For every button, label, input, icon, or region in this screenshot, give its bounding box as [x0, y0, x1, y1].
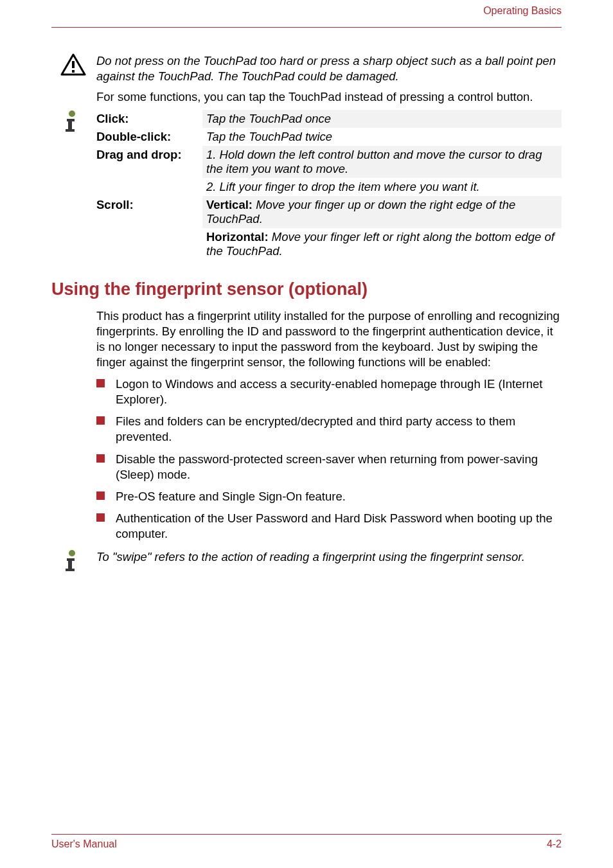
header-section-name: Operating Basics: [51, 5, 562, 21]
warning-icon: [60, 53, 86, 79]
svg-rect-2: [72, 61, 75, 68]
feature-item: Logon to Windows and access a security-e…: [112, 376, 562, 407]
gesture-scroll-label: Scroll:: [96, 196, 202, 228]
svg-rect-3: [72, 70, 75, 73]
gesture-scroll-horiz: Horizontal: Move your finger left or rig…: [202, 228, 562, 260]
info-icon: [60, 549, 86, 575]
feature-item: Files and folders can be encrypted/decry…: [112, 414, 562, 445]
gesture-scroll-vert: Vertical: Move your finger up or down th…: [202, 196, 562, 228]
footer-rule: [51, 834, 562, 835]
page-header: Operating Basics: [51, 18, 562, 28]
gesture-click-label: Click:: [96, 110, 202, 128]
footer-left: User's Manual: [51, 838, 117, 850]
feature-item: Authentication of the User Password and …: [112, 511, 562, 542]
svg-point-5: [69, 550, 75, 556]
gestures-block: Click: Tap the TouchPad once Double-clic…: [96, 110, 562, 260]
intro-paragraph: This product has a fingerprint utility i…: [96, 308, 562, 370]
gesture-dblclick-desc: Tap the TouchPad twice: [202, 128, 562, 146]
svg-point-4: [69, 111, 75, 117]
content-area: Do not press on the TouchPad too hard or…: [51, 28, 562, 575]
footer-right: 4-2: [547, 838, 562, 850]
gesture-click-desc: Tap the TouchPad once: [202, 110, 562, 128]
feature-item: Pre-OS feature and Single Sign-On featur…: [112, 489, 562, 504]
swipe-note-text: To "swipe" refers to the action of readi…: [96, 549, 562, 575]
gesture-row-dblclick: Double-click: Tap the TouchPad twice: [96, 128, 562, 146]
gestures-table-wrap: Click: Tap the TouchPad once Double-clic…: [96, 110, 562, 260]
gesture-row-drag1: Drag and drop: 1. Hold down the left con…: [96, 146, 562, 178]
gesture-row-click: Click: Tap the TouchPad once: [96, 110, 562, 128]
gestures-table: Click: Tap the TouchPad once Double-clic…: [96, 110, 562, 260]
scroll-vert-label: Vertical:: [206, 198, 253, 211]
gesture-row-scroll-horiz: Horizontal: Move your finger left or rig…: [96, 228, 562, 260]
gesture-drag-desc1: 1. Hold down the left control button and…: [202, 146, 562, 178]
gesture-row-drag2: 2. Lift your finger to drop the item whe…: [96, 178, 562, 196]
warning-block: Do not press on the TouchPad too hard or…: [96, 53, 562, 84]
feature-list: Logon to Windows and access a security-e…: [96, 376, 562, 541]
scroll-vert-desc: Move your finger up or down the right ed…: [206, 198, 515, 226]
scroll-horiz-label: Horizontal:: [206, 230, 269, 244]
warning-text: Do not press on the TouchPad too hard or…: [96, 53, 562, 84]
page-container: Operating Basics Do not press on the Tou…: [0, 0, 613, 575]
after-warning-text: For some functions, you can tap the Touc…: [96, 89, 562, 105]
gesture-row-scroll-vert: Scroll: Vertical: Move your finger up or…: [96, 196, 562, 228]
page-footer: User's Manual 4-2: [51, 834, 562, 850]
info-icon: [60, 110, 86, 136]
gesture-dblclick-label: Double-click:: [96, 128, 202, 146]
gesture-drag-desc2: 2. Lift your finger to drop the item whe…: [202, 178, 562, 196]
section-heading: Using the fingerprint sensor (optional): [51, 279, 562, 299]
swipe-note-block: To "swipe" refers to the action of readi…: [96, 549, 562, 575]
gesture-drag-label: Drag and drop:: [96, 146, 202, 178]
feature-item: Disable the password-protected screen-sa…: [112, 452, 562, 483]
footer-row: User's Manual 4-2: [51, 838, 562, 850]
